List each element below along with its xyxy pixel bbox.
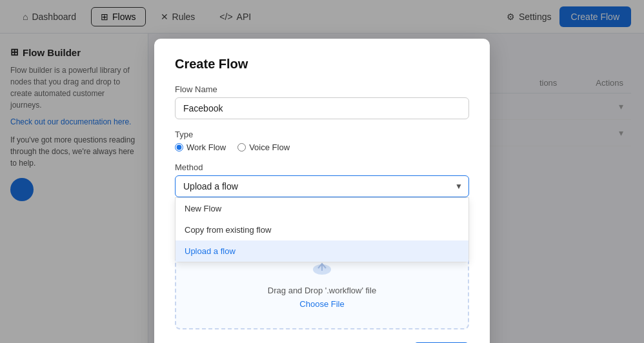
modal-title: Create Flow (175, 57, 469, 72)
dropdown-item-copy-flow[interactable]: Copy from existing flow (176, 219, 468, 240)
type-label: Type (175, 130, 469, 139)
type-workflow-label[interactable]: Work Flow (175, 142, 226, 152)
dropdown-item-upload-flow[interactable]: Upload a flow (176, 240, 468, 262)
method-select-wrapper: New Flow Copy from existing flow Upload … (175, 175, 469, 197)
upload-text: Drag and Drop '.workflow' file (189, 286, 455, 295)
create-flow-modal: Create Flow Flow Name Type Work Flow Voi… (154, 39, 490, 343)
method-select[interactable]: New Flow Copy from existing flow Upload … (175, 175, 469, 197)
method-container: New Flow Copy from existing flow Upload … (175, 175, 469, 197)
type-voiceflow-radio[interactable] (237, 143, 246, 152)
dropdown-item-new-flow[interactable]: New Flow (176, 198, 468, 219)
method-dropdown: New Flow Copy from existing flow Upload … (175, 197, 469, 262)
type-row: Work Flow Voice Flow (175, 142, 469, 152)
type-voiceflow-label[interactable]: Voice Flow (237, 142, 290, 152)
flow-name-input[interactable] (175, 97, 469, 119)
choose-file-link[interactable]: Choose File (189, 299, 455, 309)
flow-name-label: Flow Name (175, 84, 469, 94)
modal-overlay: Create Flow Flow Name Type Work Flow Voi… (0, 0, 644, 343)
type-workflow-radio[interactable] (175, 143, 183, 152)
method-label: Method (175, 162, 469, 172)
